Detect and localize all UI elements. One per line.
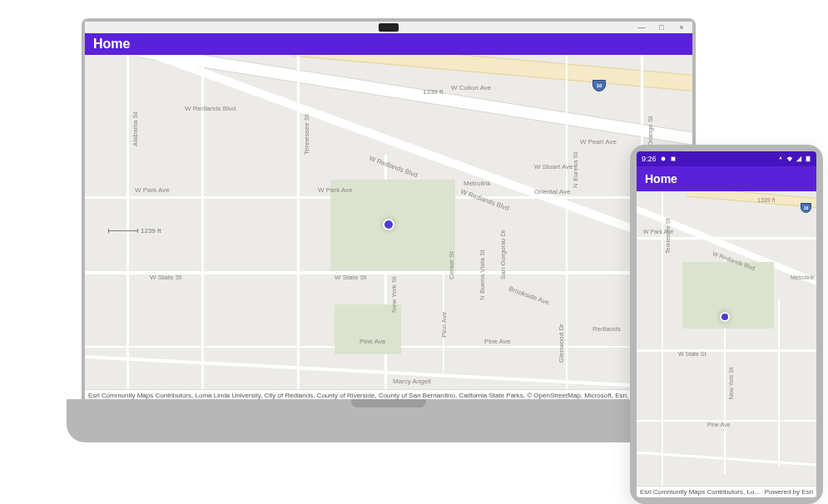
- powered-by-text: Powered by Esri: [765, 488, 813, 496]
- laptop-screen: — □ × Home: [82, 18, 696, 401]
- laptop-device-frame: — □ × Home: [67, 18, 711, 442]
- street-label: Pinn Ave: [440, 312, 448, 338]
- map-scale-bar: 1239 ft: [108, 227, 161, 235]
- android-status-bar: 9:26: [637, 151, 816, 166]
- map-view[interactable]: 10 1339 ft W Redlands Blvd W Park Ave W …: [637, 191, 816, 497]
- debug-icon: [660, 156, 667, 162]
- street-label: Oriental Ave: [534, 188, 570, 195]
- scale-line-icon: [108, 230, 138, 231]
- location-icon: [777, 156, 784, 162]
- map-view[interactable]: 10 W Redlands Blvd W Redlands Blvd W Red…: [85, 55, 692, 401]
- page-title: Home: [645, 172, 677, 185]
- attribution-text: Esri Community Maps Contributors, Lom…: [640, 488, 766, 496]
- street-label: Marcy Angell: [393, 378, 431, 385]
- street-label: W State St: [150, 274, 181, 281]
- status-time: 9:26: [642, 155, 657, 163]
- street-label: Center St: [448, 251, 455, 279]
- road-highway: [687, 191, 816, 213]
- minimize-button[interactable]: —: [637, 23, 646, 32]
- app-running-icon: [670, 156, 677, 162]
- laptop-trackpad-notch: [351, 399, 426, 408]
- window-grip-icon: [379, 23, 399, 32]
- page-title: Home: [93, 37, 130, 52]
- street-label: W Colton Ave: [451, 84, 491, 91]
- scale-text-top: 1339 ft: [423, 88, 443, 96]
- street-label: Redlands: [592, 325, 621, 333]
- street-label: Pine Ave: [484, 338, 510, 345]
- signal-icon: [796, 156, 802, 162]
- status-bar-left: 9:26: [642, 155, 677, 163]
- current-location-icon[interactable]: [383, 219, 394, 230]
- road-v3: [778, 299, 780, 466]
- current-location-icon[interactable]: [720, 312, 730, 322]
- street-label: Metrolink: [791, 274, 814, 280]
- close-button[interactable]: ×: [677, 23, 686, 32]
- road-state: [637, 349, 816, 352]
- battery-icon: [805, 156, 811, 162]
- street-label: W Pearl Ave: [580, 138, 617, 146]
- road-v1: [662, 191, 663, 497]
- attribution-text: Esri Community Maps Contributors, Loma L…: [88, 392, 692, 399]
- app-header: Home: [85, 33, 692, 55]
- street-label: W Park Ave: [318, 186, 353, 194]
- svg-point-0: [661, 157, 665, 161]
- street-label: Tennessee St: [303, 115, 310, 155]
- road-park: [637, 237, 816, 240]
- street-label: San Gorgonio Dr: [499, 230, 507, 279]
- svg-rect-1: [671, 157, 675, 161]
- laptop-app-window: — □ × Home: [85, 22, 692, 401]
- street-label: W Stuart Ave: [534, 163, 573, 170]
- street-label: Tennessee St: [665, 219, 671, 254]
- road-eureka: [566, 55, 568, 401]
- street-label: W State St: [678, 351, 706, 357]
- street-label: Pine Ave: [359, 338, 385, 345]
- street-label: New York St: [390, 276, 398, 313]
- svg-rect-2: [806, 156, 811, 161]
- street-label: New York St: [728, 368, 734, 399]
- phone-app-window: 9:26 Home: [637, 151, 816, 497]
- wifi-icon: [786, 156, 793, 162]
- street-label: Metrolink: [464, 180, 490, 187]
- map-attribution: Powered by Esri Esri Community Maps Cont…: [637, 486, 816, 497]
- status-bar-right: [777, 156, 811, 162]
- scale-text: 1239 ft: [141, 227, 161, 235]
- window-titlebar[interactable]: — □ ×: [85, 22, 692, 33]
- road-south: [85, 355, 692, 390]
- street-label: W Redlands Blvd: [185, 105, 236, 112]
- laptop-base: [67, 399, 711, 442]
- phone-device-frame: 9:26 Home: [630, 145, 823, 504]
- map-roads-layer: [637, 191, 816, 497]
- street-label: W State St: [335, 274, 366, 281]
- street-label: N Buena Vista St: [478, 250, 486, 300]
- scale-text-top: 1339 ft: [757, 197, 775, 203]
- street-label: Orange St: [647, 116, 654, 146]
- road-south: [637, 451, 816, 466]
- road-tennessee: [297, 55, 300, 401]
- street-label: Pine Ave: [707, 422, 731, 427]
- street-label: W Park Ave: [135, 186, 170, 194]
- app-header: Home: [637, 166, 816, 191]
- maximize-button[interactable]: □: [657, 23, 666, 32]
- street-label: N Eureka St: [572, 152, 579, 188]
- street-label: Alabama St: [131, 112, 139, 146]
- street-label: Glenwood Dr: [558, 324, 565, 363]
